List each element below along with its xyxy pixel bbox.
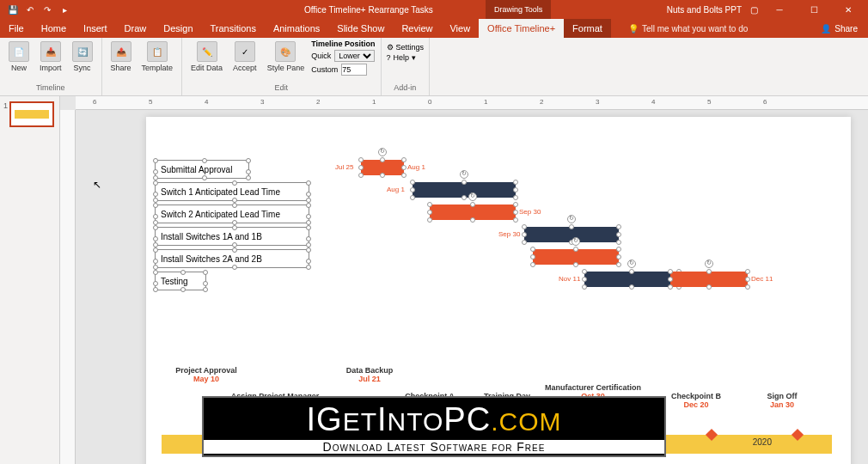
tell-me-search[interactable]: 💡Tell me what you want to do	[611, 19, 810, 38]
selection-handle[interactable]	[582, 277, 587, 282]
selection-handle[interactable]	[380, 157, 385, 162]
selection-handle[interactable]	[573, 262, 578, 267]
tab-animations[interactable]: Animations	[265, 19, 328, 38]
selection-handle[interactable]	[306, 265, 311, 270]
rotate-handle-icon[interactable]	[567, 215, 576, 223]
selection-handle[interactable]	[232, 247, 237, 253]
new-button[interactable]: 📄New	[5, 40, 33, 74]
selection-handle[interactable]	[153, 236, 158, 241]
accept-button[interactable]: ✓Accept	[229, 40, 260, 74]
selection-handle[interactable]	[513, 210, 518, 215]
selection-handle[interactable]	[513, 187, 518, 192]
selection-handle[interactable]	[246, 175, 251, 180]
selection-handle[interactable]	[522, 232, 527, 237]
selection-handle[interactable]	[202, 158, 207, 163]
selection-handle[interactable]	[306, 192, 311, 197]
qat-save-icon[interactable]: 💾	[7, 3, 19, 15]
selection-handle[interactable]	[427, 202, 432, 207]
selection-handle[interactable]	[427, 210, 432, 215]
selection-handle[interactable]	[153, 225, 158, 230]
selection-handle[interactable]	[745, 277, 750, 282]
rotate-handle-icon[interactable]	[705, 259, 713, 268]
selection-handle[interactable]	[401, 173, 406, 178]
selection-handle[interactable]	[522, 240, 527, 245]
tab-file[interactable]: File	[0, 19, 33, 38]
selection-handle[interactable]	[616, 240, 621, 245]
selection-handle[interactable]	[582, 269, 587, 274]
selection-handle[interactable]	[513, 195, 518, 200]
selection-handle[interactable]	[153, 281, 158, 286]
selection-handle[interactable]	[306, 259, 311, 264]
selection-handle[interactable]	[306, 180, 311, 186]
selection-handle[interactable]	[616, 224, 621, 229]
quick-select[interactable]: Lower	[334, 50, 375, 62]
milestone-label[interactable]: Checkpoint BDec 20	[671, 392, 721, 409]
selection-handle[interactable]	[153, 287, 158, 292]
tab-design[interactable]: Design	[155, 19, 201, 38]
gantt-bar[interactable]: Jul 25Aug 1	[361, 160, 404, 175]
selection-handle[interactable]	[306, 225, 311, 230]
tab-office-timeline[interactable]: Office Timeline+	[479, 19, 564, 38]
close-button[interactable]: ✕	[835, 0, 861, 19]
selection-handle[interactable]	[306, 203, 311, 208]
tab-format[interactable]: Format	[564, 19, 611, 38]
selection-handle[interactable]	[616, 247, 621, 252]
selection-handle[interactable]	[616, 254, 621, 259]
custom-input[interactable]	[341, 64, 367, 76]
tab-slideshow[interactable]: Slide Show	[328, 19, 393, 38]
task-box[interactable]: Switch 1 Anticipated Lead Time	[155, 182, 309, 201]
selection-handle[interactable]	[306, 236, 311, 241]
selection-handle[interactable]	[706, 284, 712, 290]
selection-handle[interactable]	[358, 165, 364, 170]
selection-handle[interactable]	[706, 269, 712, 274]
selection-handle[interactable]	[153, 180, 158, 186]
selection-handle[interactable]	[246, 158, 251, 163]
selection-handle[interactable]	[745, 284, 750, 290]
selection-handle[interactable]	[202, 175, 207, 180]
selection-handle[interactable]	[569, 224, 574, 229]
gantt-bar[interactable]	[533, 249, 619, 265]
tab-transitions[interactable]: Transitions	[202, 19, 265, 38]
selection-handle[interactable]	[530, 247, 535, 252]
selection-handle[interactable]	[462, 180, 467, 185]
selection-handle[interactable]	[401, 165, 406, 170]
selection-handle[interactable]	[668, 284, 673, 290]
tab-review[interactable]: Review	[393, 19, 441, 38]
task-box[interactable]: Submittal Approval	[155, 160, 249, 179]
maximize-button[interactable]: ☐	[801, 0, 827, 19]
milestone-label[interactable]: Project ApprovalMay 10	[175, 366, 237, 383]
selection-handle[interactable]	[153, 214, 158, 219]
task-box[interactable]: Install Switches 1A and 1B	[155, 227, 309, 246]
milestone-label[interactable]: Data BackupJul 21	[346, 366, 394, 383]
selection-handle[interactable]	[153, 158, 158, 163]
slide-thumbnail[interactable]	[9, 101, 54, 127]
selection-handle[interactable]	[153, 259, 158, 264]
selection-handle[interactable]	[530, 262, 535, 267]
share-timeline-button[interactable]: 📤Share	[107, 40, 135, 74]
selection-handle[interactable]	[358, 157, 364, 162]
import-button[interactable]: 📥Import	[36, 40, 65, 74]
tab-view[interactable]: View	[441, 19, 479, 38]
selection-handle[interactable]	[410, 195, 415, 200]
selection-handle[interactable]	[180, 270, 186, 275]
selection-handle[interactable]	[573, 247, 578, 252]
gantt-bar[interactable]: Nov 11	[584, 272, 679, 287]
selection-handle[interactable]	[530, 254, 535, 259]
selection-handle[interactable]	[401, 157, 406, 162]
minimize-button[interactable]: ─	[767, 0, 792, 19]
selection-handle[interactable]	[180, 287, 186, 292]
selection-handle[interactable]	[232, 180, 237, 186]
selection-handle[interactable]	[203, 270, 208, 275]
selection-handle[interactable]	[513, 217, 518, 223]
tab-insert[interactable]: Insert	[75, 19, 116, 38]
selection-handle[interactable]	[410, 180, 415, 185]
tab-draw[interactable]: Draw	[116, 19, 156, 38]
task-box[interactable]: Install Switches 2A and 2B	[155, 249, 309, 268]
selection-handle[interactable]	[462, 195, 467, 200]
selection-handle[interactable]	[427, 217, 432, 223]
selection-handle[interactable]	[232, 203, 237, 208]
tab-home[interactable]: Home	[33, 19, 75, 38]
selection-handle[interactable]	[513, 202, 518, 207]
gantt-bar[interactable]: Sep 30	[430, 205, 516, 220]
style-pane-button[interactable]: 🎨Style Pane	[264, 40, 309, 74]
